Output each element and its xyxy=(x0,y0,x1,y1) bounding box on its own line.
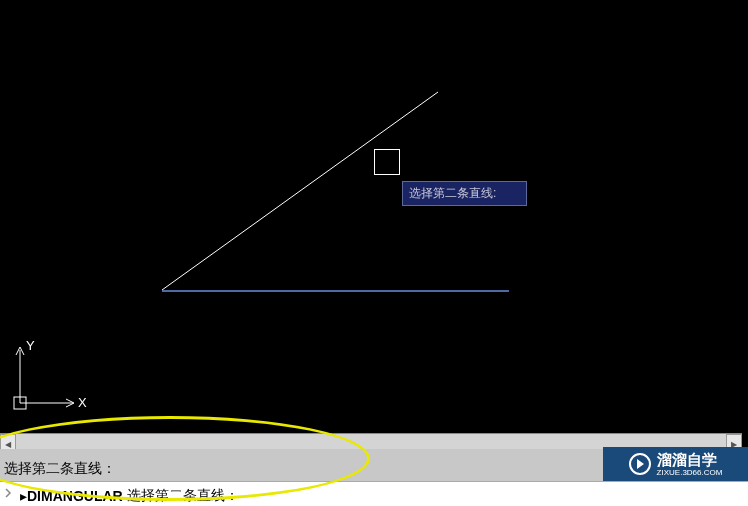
tooltip-text: 选择第二条直线: xyxy=(409,186,496,200)
ucs-x-label: X xyxy=(78,395,87,410)
command-prompt-text: 选择第二条直线： xyxy=(127,487,239,505)
watermark-brand: 溜溜自学 xyxy=(657,451,717,468)
command-line-input[interactable]: ▸ DIMANGULAR 选择第二条直线： xyxy=(0,481,748,506)
watermark-badge: 溜溜自学 ZIXUE.3D66.COM xyxy=(603,447,748,481)
dynamic-input-tooltip: 选择第二条直线: xyxy=(402,181,527,206)
line-geometry-1[interactable] xyxy=(162,92,438,290)
ucs-y-label: Y xyxy=(26,338,35,353)
scroll-left-button[interactable] xyxy=(0,434,16,450)
active-command-name: DIMANGULAR xyxy=(27,488,123,504)
play-icon xyxy=(629,453,651,475)
command-prompt-icon xyxy=(4,487,16,499)
ucs-icon: Y X xyxy=(8,335,88,415)
watermark-site: ZIXUE.3D66.COM xyxy=(657,468,723,477)
drawing-canvas[interactable]: 选择第二条直线: Y X xyxy=(0,0,748,435)
command-history-text: 选择第二条直线： xyxy=(4,460,116,478)
cursor-pickbox xyxy=(374,149,400,175)
